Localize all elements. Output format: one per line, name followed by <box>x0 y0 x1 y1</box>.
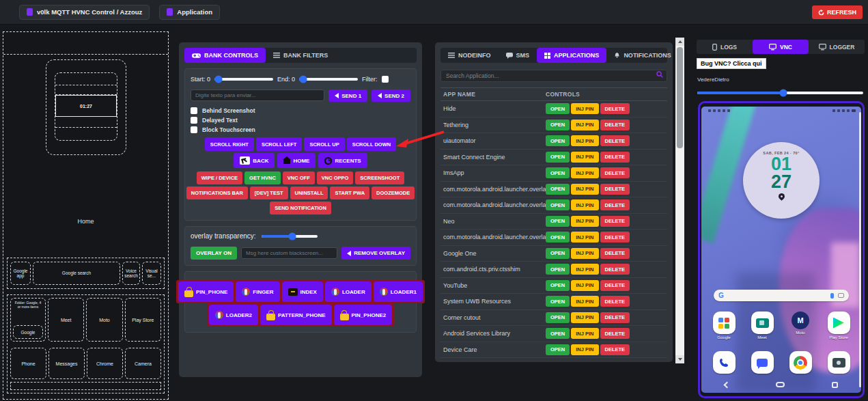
finger-button[interactable]: FINGER <box>236 281 279 302</box>
vnc-off-button[interactable]: VNC OFF <box>283 171 315 184</box>
open-button[interactable]: OPEN <box>546 296 570 307</box>
uninstall-button[interactable]: UNINSTALL <box>290 186 328 199</box>
overlay-on-button[interactable]: OVERLAY ON <box>191 247 237 260</box>
wireframe-chrome[interactable]: Chrome <box>87 348 123 379</box>
delete-button[interactable]: DELETE <box>600 135 630 146</box>
delete-button[interactable]: DELETE <box>600 232 630 243</box>
loader2-button[interactable]: LOADER2 <box>209 305 258 325</box>
inj-pin-button[interactable]: INJ PIN <box>571 232 598 243</box>
open-button[interactable]: OPEN <box>546 312 570 323</box>
inj-pin-button[interactable]: INJ PIN <box>571 103 598 114</box>
delete-button[interactable]: DELETE <box>600 216 630 227</box>
pin-phone2-button[interactable]: PIN_PHONE2 <box>334 305 393 325</box>
vnc-oppo-button[interactable]: VNC OPPO <box>317 171 354 184</box>
inj-pin-button[interactable]: INJ PIN <box>571 280 598 291</box>
scroll-down-button[interactable]: SCROLL DOWN <box>347 137 397 151</box>
scrollbar-thumb[interactable] <box>677 47 683 148</box>
send-notification-button[interactable]: SEND NOTIFICATION <box>270 202 331 215</box>
open-button[interactable]: OPEN <box>546 344 570 355</box>
overlay-message-input[interactable] <box>241 247 337 259</box>
application-button[interactable]: Application <box>159 5 220 20</box>
tab-bank-controls[interactable]: BANK CONTROLS <box>184 48 266 63</box>
inj-pin-button[interactable]: INJ PIN <box>571 120 598 130</box>
inj-pin-button[interactable]: INJ PIN <box>571 135 598 146</box>
delete-button[interactable]: DELETE <box>600 328 630 339</box>
home-button[interactable]: HOME <box>277 153 316 168</box>
tab-sms[interactable]: SMS <box>499 48 537 63</box>
loader1-button[interactable]: LOADER1 <box>374 281 423 302</box>
open-button[interactable]: OPEN <box>546 135 570 146</box>
refresh-button[interactable]: REFRESH <box>812 5 863 19</box>
scroll-up-arrow[interactable] <box>675 38 684 46</box>
pin-phone-button[interactable]: PIN_PHONE <box>178 281 234 302</box>
device-screen-wireframe[interactable]: 01:27 Home Google app Google search Voic… <box>3 31 169 400</box>
wireframe-voice-search[interactable]: Voice search <box>122 262 140 285</box>
inj-pin-button[interactable]: INJ PIN <box>571 199 598 210</box>
get-hvnc-button[interactable]: GET HVNC <box>244 171 281 184</box>
wireframe-clock-widget[interactable]: 01:27 <box>46 59 126 155</box>
wireframe-clock-widget-inner[interactable]: 01:27 <box>55 72 117 141</box>
tab-bank-filters[interactable]: BANK FILTERS <box>266 48 335 63</box>
wipe-device-button[interactable]: WIPE / DEVICE <box>197 171 242 184</box>
delete-button[interactable]: DELETE <box>600 344 630 355</box>
open-button[interactable]: OPEN <box>546 328 570 339</box>
doozemode-button[interactable]: DOOZEMODE <box>372 186 415 199</box>
wireframe-google-search[interactable]: Google search <box>33 262 120 285</box>
open-button[interactable]: OPEN <box>546 264 570 275</box>
overlay-transparency-slider[interactable] <box>262 235 318 238</box>
notifications-bar-button[interactable]: NOTIFICATIONS BAR <box>186 186 248 199</box>
remove-overlay-button[interactable]: REMOVE OVERLAY <box>341 247 410 260</box>
inj-pin-button[interactable]: INJ PIN <box>571 296 598 307</box>
scroll-right-button[interactable]: SCROLL RIGHT <box>205 137 254 151</box>
delete-button[interactable]: DELETE <box>600 296 630 307</box>
block-touchscreen-checkbox[interactable] <box>191 126 197 133</box>
delete-button[interactable]: DELETE <box>600 248 630 259</box>
delete-button[interactable]: DELETE <box>600 184 630 195</box>
wireframe-visual-search[interactable]: Visual se... <box>142 262 161 285</box>
send1-button[interactable]: SEND 1 <box>328 89 367 102</box>
recents-button[interactable]: RECENTS <box>318 153 367 168</box>
open-button[interactable]: OPEN <box>546 152 570 163</box>
end-slider[interactable] <box>299 78 358 81</box>
wireframe-messages[interactable]: Messages <box>48 348 85 379</box>
screenshoot-button[interactable]: SCREENSHOOT <box>355 171 404 184</box>
wireframe-meet[interactable]: Meet <box>48 298 84 342</box>
bug-vnc-button[interactable]: Bug VNC? Clicca qui <box>697 58 766 69</box>
inj-pin-button[interactable]: INJ PIN <box>571 216 598 227</box>
behind-screenshot-checkbox[interactable] <box>191 107 197 114</box>
filter-checkbox[interactable] <box>382 76 389 83</box>
scroll-left-button[interactable]: SCROLL LEFT <box>256 137 303 151</box>
inj-pin-button[interactable]: INJ PIN <box>571 264 598 275</box>
wireframe-google-folder[interactable]: Folder: Google, 4 or more items Google <box>10 298 46 342</box>
delete-button[interactable]: DELETE <box>600 120 630 130</box>
inj-pin-button[interactable]: INJ PIN <box>571 184 598 195</box>
tab-logger[interactable]: LOGGER <box>809 40 865 54</box>
back-button[interactable]: BACK <box>234 153 275 168</box>
search-icon[interactable] <box>656 71 663 78</box>
vedere-dietro-slider[interactable] <box>697 92 863 94</box>
tab-vnc[interactable]: VNC <box>753 40 809 54</box>
pattern-phone-button[interactable]: PATTERN_PHONE <box>260 305 332 325</box>
scroll-up-button[interactable]: SCROLL UP <box>304 137 344 151</box>
tab-applications[interactable]: APPLICATIONS <box>537 48 606 63</box>
open-button[interactable]: OPEN <box>546 199 570 210</box>
send-text-input[interactable] <box>191 89 324 101</box>
wireframe-folder-google-item[interactable]: Google <box>13 325 43 339</box>
apps-scrollbar[interactable] <box>675 38 684 363</box>
send2-button[interactable]: SEND 2 <box>372 89 410 102</box>
inj-pin-button[interactable]: INJ PIN <box>571 248 598 259</box>
delete-button[interactable]: DELETE <box>600 152 630 163</box>
inj-pin-button[interactable]: INJ PIN <box>571 167 598 178</box>
open-button[interactable]: OPEN <box>546 216 570 227</box>
open-button[interactable]: OPEN <box>546 103 570 114</box>
index-button[interactable]: INDEX <box>282 281 323 302</box>
open-button[interactable]: OPEN <box>546 184 570 195</box>
open-button[interactable]: OPEN <box>546 280 570 291</box>
tab-logs[interactable]: LOGS <box>697 40 753 54</box>
app-search-input[interactable] <box>440 70 667 82</box>
vnc-screen-view[interactable]: SAB, FEB 24 · 70° 01 27 G Google Meet MM… <box>698 101 865 398</box>
open-button[interactable]: OPEN <box>546 248 570 259</box>
wireframe-phone[interactable]: Phone <box>10 348 46 379</box>
dev-test-button[interactable]: [DEV] TEST <box>250 186 288 199</box>
brand-button[interactable]: v0lk MQTT HVNC Control / Azzouz <box>19 5 150 20</box>
